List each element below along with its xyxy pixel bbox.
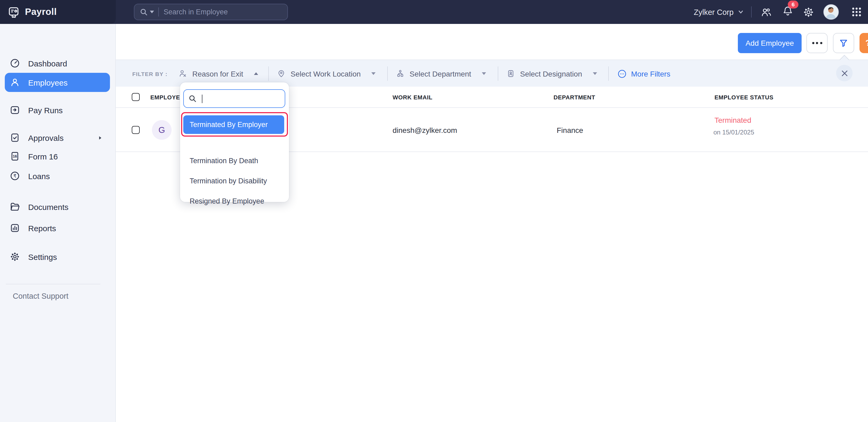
sidebar-item-settings[interactable]: Settings [5,248,110,266]
sidebar-divider [6,284,100,284]
users-button[interactable] [760,0,772,24]
add-employee-button[interactable]: Add Employee [738,33,802,53]
search-icon [140,8,148,16]
select-all-checkbox[interactable] [132,93,140,101]
col-work-email: WORK EMAIL [393,87,432,108]
topbar: Payroll Zylker Corp [0,0,868,24]
notifications-button[interactable]: 6 [782,0,794,24]
sidebar-item-label: Approvals [28,133,63,142]
settings-button-topbar[interactable] [803,0,814,24]
dashboard-icon [9,58,20,68]
sidebar: Dashboard Employees Pay Runs Approvals [0,24,116,422]
sidebar-item-form-16[interactable]: 16 Form 16 [5,147,110,165]
sidebar-item-label: Settings [28,252,57,261]
filter-work-location[interactable]: Select Work Location [277,60,376,87]
filter-divider [608,66,609,81]
org-name: Zylker Corp [694,8,734,16]
dropdown-option-termination-by-death[interactable]: Termination By Death [190,157,258,165]
cell-work-email: dinesh@zylker.com [393,126,457,134]
employee-avatar: G [152,120,172,140]
filter-label: Select Designation [520,69,582,78]
more-filters-button[interactable]: More Filters [617,60,671,87]
topbar-divider [751,6,752,18]
sidebar-item-approvals[interactable]: Approvals [5,129,110,147]
apps-grid-icon [851,6,862,18]
sidebar-item-label: Employees [28,78,67,87]
status-badge: Terminated [714,116,751,124]
chevron-right-icon [98,135,102,140]
ellipsis-icon [812,42,822,44]
filter-department[interactable]: Select Department [396,60,486,87]
funnel-icon [839,38,848,48]
gear-icon [803,6,814,18]
caret-down-icon [593,72,597,75]
col-department: DEPARTMENT [554,87,595,108]
payroll-app: Payroll Zylker Corp [0,0,868,422]
global-search[interactable] [134,4,288,20]
more-options-button[interactable] [806,33,828,53]
caret-down-icon [482,72,486,75]
settings-gear-icon [9,251,20,262]
form-16-icon: 16 [9,151,20,161]
sidebar-item-label: Form 16 [28,152,58,161]
row-checkbox[interactable] [132,126,140,134]
reason-for-exit-dropdown: Terminated By Employer Termination By De… [180,82,289,202]
employees-icon [9,77,20,88]
main-content: Exited Employees Add Employee ? FILTER B… [116,24,868,422]
loans-icon: ₹ [9,171,20,181]
pay-runs-icon [9,105,20,115]
search-icon [189,95,196,102]
sidebar-item-dashboard[interactable]: Dashboard [5,54,110,72]
org-switcher[interactable]: Zylker Corp [694,0,744,24]
close-filter-bar-button[interactable] [836,65,852,81]
text-cursor [202,94,203,103]
avatar-photo [824,5,838,19]
filter-popover-notch [840,55,849,65]
sidebar-item-employees[interactable]: Employees [5,73,110,92]
filter-label: Select Department [409,69,471,78]
cell-department: Finance [557,126,583,134]
filter-designation[interactable]: Select Designation [506,60,597,87]
help-button[interactable]: ? [860,33,868,53]
search-scope-caret-icon[interactable] [150,11,154,13]
sidebar-item-label: Dashboard [28,59,67,68]
dropdown-option-resigned-by-employee[interactable]: Resigned By Employee [190,197,264,205]
user-avatar[interactable] [824,4,839,20]
notification-badge: 6 [788,0,798,8]
caret-up-icon [254,72,258,75]
dropdown-option-terminated-by-employer[interactable]: Terminated By Employer [183,115,284,134]
apps-grid-button[interactable] [851,0,862,24]
filter-button[interactable] [833,33,854,53]
location-pin-icon [277,69,286,78]
documents-folder-icon [9,202,20,212]
contact-support-link[interactable]: Contact Support [13,292,68,300]
person-x-icon [179,69,188,78]
sidebar-item-pay-runs[interactable]: Pay Runs [5,101,110,119]
sidebar-item-loans[interactable]: ₹ Loans [5,167,110,185]
filter-divider [498,66,498,81]
filter-divider [387,66,388,81]
sidebar-item-reports[interactable]: Reports [5,219,110,237]
caret-down-icon [371,72,376,75]
circled-ellipsis-icon [617,69,627,79]
users-icon [760,6,772,18]
status-date: on 15/01/2025 [713,129,754,136]
sidebar-item-documents[interactable]: Documents [5,198,110,216]
sidebar-item-label: Pay Runs [28,106,63,115]
sidebar-item-label: Reports [28,223,56,233]
more-filters-label: More Filters [631,69,671,78]
dropdown-search-field[interactable] [183,89,285,108]
filter-label: Select Work Location [290,69,361,78]
chevron-down-icon [738,9,744,15]
sidebar-item-label: Loans [28,172,50,180]
svg-text:16: 16 [13,154,17,158]
app-logo[interactable]: Payroll [0,0,116,24]
search-input[interactable] [159,8,287,16]
filter-divider [268,66,269,81]
sidebar-item-label: Documents [28,202,68,211]
filter-by-label: FILTER BY : [132,60,167,87]
reports-icon [9,223,20,233]
id-badge-icon [506,69,515,78]
col-employee-status: EMPLOYEE STATUS [714,87,773,108]
dropdown-option-termination-by-disability[interactable]: Termination by Disability [190,177,267,185]
